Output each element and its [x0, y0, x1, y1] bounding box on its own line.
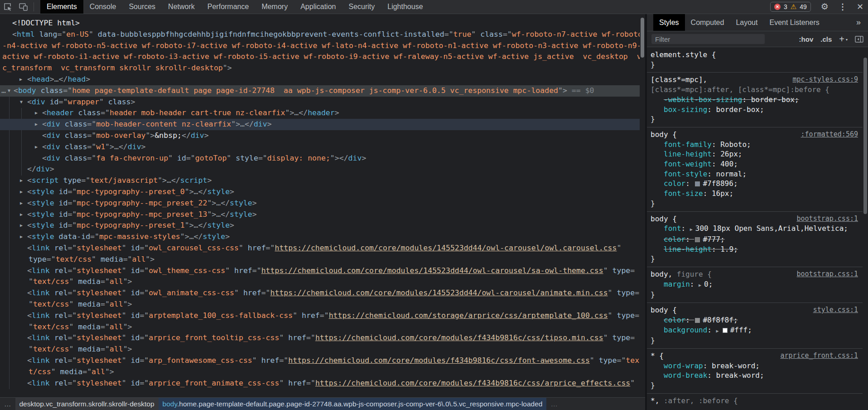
- twisty-collapsed-icon[interactable]: ▶: [18, 74, 24, 85]
- style-property[interactable]: font-size: 16px;: [651, 189, 859, 199]
- breadcrumb-item[interactable]: desktop.vc_transform.skrollr.skrollr-des…: [15, 398, 159, 410]
- color-swatch[interactable]: [723, 328, 728, 333]
- style-property[interactable]: font-style: normal;: [651, 169, 859, 179]
- dom-row[interactable]: -n4-active wf-roboto-n5-active wf-roboto…: [0, 40, 640, 52]
- rule-selector[interactable]: [class*=mpc],mpc-styles.css:9: [651, 75, 859, 85]
- style-property[interactable]: word-wrap: break-word;: [651, 361, 859, 371]
- close-icon[interactable]: ✕: [857, 0, 863, 14]
- style-property[interactable]: word-break: break-word;: [651, 371, 859, 381]
- dom-row[interactable]: <link rel="stylesheet" id="arprice_front…: [0, 378, 640, 389]
- more-menu-icon[interactable]: ⋮: [839, 0, 847, 14]
- gear-icon[interactable]: ⚙: [821, 0, 829, 14]
- twisty-collapsed-icon[interactable]: ▶: [33, 107, 39, 119]
- dom-row[interactable]: <link rel="stylesheet" id="arp_fontaweso…: [0, 355, 640, 366]
- breadcrumb-item-selected[interactable]: body.home.page-template-default.page.pag…: [159, 398, 547, 410]
- pseudo-state-toggle[interactable]: :hov: [799, 35, 814, 43]
- issues-badge[interactable]: ✕ 3 ⚠ 49: [770, 2, 811, 12]
- dom-row[interactable]: <link rel="stylesheet" id="owl_carousel_…: [0, 243, 640, 254]
- twisty-collapsed-icon[interactable]: ▶: [33, 119, 39, 130]
- sidebar-toggle-icon[interactable]: [855, 36, 863, 43]
- tab-memory[interactable]: Memory: [255, 0, 294, 14]
- styles-tab-event-listeners[interactable]: Event Listeners: [763, 14, 825, 31]
- style-property[interactable]: font: ▶300 18px Open Sans,Arial,Helvetic…: [651, 224, 859, 234]
- breadcrumb-overflow-right[interactable]: …: [546, 398, 562, 410]
- dom-row[interactable]: "text/css" media="all">: [0, 322, 640, 333]
- dom-row[interactable]: <link rel="stylesheet" id="owl_theme_css…: [0, 265, 640, 277]
- dom-row[interactable]: c_transform vc_transform skrollr skrollr…: [0, 63, 640, 74]
- dom-row[interactable]: ▶<div class="w1">…</div>: [0, 142, 640, 153]
- dom-row[interactable]: <div class="mob-overlay">&nbsp;</div>: [0, 130, 640, 142]
- twisty-collapsed-icon[interactable]: ▶: [18, 220, 24, 231]
- style-source-link[interactable]: bootstrap.css:1: [797, 269, 858, 279]
- tab-security[interactable]: Security: [342, 0, 381, 14]
- style-property[interactable]: line-height: 1.9;: [651, 244, 859, 254]
- twisty-collapsed-icon[interactable]: ▶: [18, 186, 24, 198]
- value-expand-icon[interactable]: ▶: [699, 283, 701, 288]
- style-source-link[interactable]: arprice_front.css:1: [780, 351, 858, 361]
- overflow-tabs-icon[interactable]: »: [856, 14, 861, 30]
- rule-selector[interactable]: *, :after, :before {: [651, 396, 859, 406]
- rule-selector[interactable]: body {style.css:1: [651, 305, 859, 315]
- style-source-link[interactable]: mpc-styles.css:9: [793, 75, 858, 85]
- styles-tab-layout[interactable]: Layout: [730, 14, 763, 31]
- twisty-collapsed-icon[interactable]: ▶: [33, 142, 39, 153]
- style-source-link[interactable]: :formatted:569: [801, 130, 858, 140]
- tab-application[interactable]: Application: [294, 0, 342, 14]
- scrollbar-thumb[interactable]: [863, 58, 867, 214]
- dom-row[interactable]: ▶<script type="text/javascript">…</scrip…: [0, 175, 640, 186]
- elements-scrollbar[interactable]: [640, 14, 645, 397]
- rule-selector[interactable]: element.style {: [651, 50, 859, 60]
- dom-row[interactable]: ▶<div class="mob-header-content nz-clear…: [0, 119, 640, 130]
- dom-row[interactable]: "text/css" media="all">: [0, 299, 640, 310]
- rule-selector[interactable]: body, figure {bootstrap.css:1: [651, 269, 859, 279]
- tab-sources[interactable]: Sources: [122, 0, 162, 14]
- dom-row[interactable]: ▶<style id="mpc-typography--mpc_preset_1…: [0, 209, 640, 220]
- dom-row[interactable]: "text/css" media="all">: [0, 344, 640, 355]
- dom-row[interactable]: <link rel="stylesheet" id="owl_animate_c…: [0, 288, 640, 299]
- styles-tab-computed[interactable]: Computed: [685, 14, 730, 31]
- style-property[interactable]: -webkit-box-sizing: border-box;: [651, 95, 859, 105]
- element-classes-toggle[interactable]: .cls: [820, 35, 832, 43]
- breadcrumb-overflow-left[interactable]: …: [0, 398, 15, 410]
- dom-row[interactable]: "text/css" media="all">: [0, 276, 640, 288]
- rule-selector[interactable]: [class*=mpc]:after, [class*=mpc]:before …: [651, 85, 859, 95]
- value-expand-icon[interactable]: ▶: [716, 328, 719, 333]
- value-expand-icon[interactable]: ▶: [690, 227, 693, 232]
- twisty-collapsed-icon[interactable]: ▶: [18, 231, 24, 243]
- style-property[interactable]: font-weight: 400;: [651, 159, 859, 169]
- dom-row[interactable]: ▶<head>…</head>: [0, 74, 640, 85]
- twisty-expanded-icon[interactable]: ▼: [6, 85, 12, 97]
- style-property[interactable]: color: #777;: [651, 234, 859, 244]
- rule-selector[interactable]: * {arprice_front.css:1: [651, 351, 859, 361]
- style-property[interactable]: background: ▶#fff;: [651, 325, 859, 336]
- dom-row[interactable]: <link rel="stylesheet" id="arprice_front…: [0, 332, 640, 344]
- styles-scrollbar[interactable]: [863, 48, 868, 410]
- rule-selector[interactable]: body {bootstrap.css:1: [651, 214, 859, 224]
- dom-row[interactable]: </div>: [0, 164, 640, 175]
- dom-row[interactable]: <div class="fa fa-chevron-up" id="gotoTo…: [0, 153, 640, 164]
- styles-filter-input[interactable]: [651, 34, 765, 44]
- tab-console[interactable]: Console: [83, 0, 123, 14]
- dom-row[interactable]: ▶<header class="header mob-header cart-t…: [0, 107, 640, 119]
- style-property[interactable]: color: #8f8f8f;: [651, 315, 859, 325]
- style-property[interactable]: line-height: 26px;: [651, 149, 859, 159]
- color-swatch[interactable]: [695, 318, 700, 323]
- color-swatch[interactable]: [695, 237, 700, 242]
- dom-row[interactable]: <html lang="en-US" data-bubblesppbfhhgcd…: [0, 29, 640, 40]
- gutter-more-icon[interactable]: …: [1, 85, 5, 97]
- tab-performance[interactable]: Performance: [201, 0, 256, 14]
- style-source-link[interactable]: bootstrap.css:1: [797, 214, 858, 224]
- twisty-expanded-icon[interactable]: ▼: [18, 97, 24, 108]
- style-property[interactable]: color: #7f8896;: [651, 179, 859, 189]
- dom-row[interactable]: ▶<style id="mpc-typography--preset_1">…<…: [0, 220, 640, 231]
- rule-selector[interactable]: body {:formatted:569: [651, 130, 859, 140]
- style-source-link[interactable]: style.css:1: [813, 305, 858, 315]
- twisty-collapsed-icon[interactable]: ▶: [18, 175, 24, 186]
- dom-row[interactable]: type="text/css" media="all">: [0, 254, 640, 265]
- dom-row[interactable]: …▼<body class="home page-template-defaul…: [0, 85, 640, 97]
- tab-lighthouse[interactable]: Lighthouse: [381, 0, 429, 14]
- dom-row[interactable]: <!DOCTYPE html>: [0, 18, 640, 29]
- style-property[interactable]: font-family: Roboto;: [651, 140, 859, 150]
- style-property[interactable]: box-sizing: border-box;: [651, 105, 859, 115]
- inspect-element-icon[interactable]: [0, 0, 15, 14]
